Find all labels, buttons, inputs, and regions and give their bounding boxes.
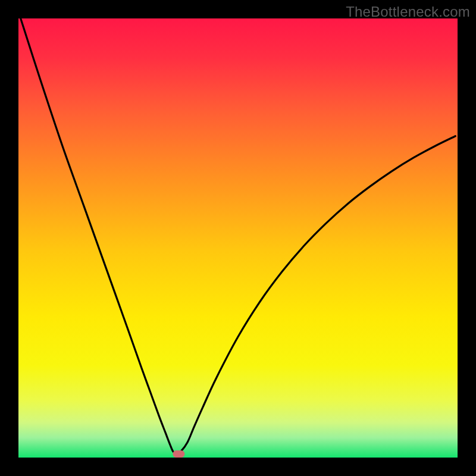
- optimal-point-marker: [173, 450, 184, 458]
- watermark-text: TheBottleneck.com: [346, 4, 470, 20]
- chart-svg: [18, 18, 458, 458]
- chart-frame: TheBottleneck.com: [0, 0, 476, 476]
- plot-area: [18, 18, 458, 458]
- gradient-background: [18, 18, 458, 458]
